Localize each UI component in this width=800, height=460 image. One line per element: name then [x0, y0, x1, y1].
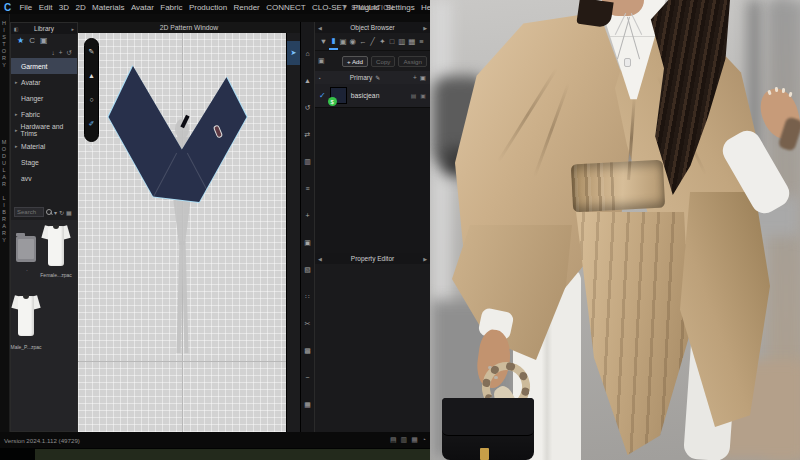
menu-item[interactable]: Materials [92, 3, 124, 12]
sewing-tool-icon[interactable]: ⌂ [301, 40, 315, 67]
grid-view-icon[interactable]: ▦ [66, 209, 72, 216]
panel-nav-left-icon[interactable]: ◀ [318, 256, 322, 262]
cape-pattern-piece[interactable] [106, 62, 252, 206]
library-action-icon[interactable]: + [59, 49, 63, 56]
sewing-tool-icon[interactable]: ▦ [301, 391, 315, 418]
sewing-tool-icon[interactable]: ▣ [301, 229, 315, 256]
list-mode-icon[interactable]: ▣ [318, 57, 325, 65]
pattern-tool-icon[interactable] [287, 257, 301, 281]
pattern-tool-icon[interactable] [287, 377, 301, 401]
palette-tool-icon[interactable]: ▼ [85, 135, 99, 159]
pattern-tool-icon[interactable] [287, 281, 301, 305]
library-tree-item[interactable]: Hanger [11, 90, 77, 106]
edit-icon[interactable]: ✎ [375, 74, 380, 81]
library-tree-item[interactable]: avv [11, 170, 77, 186]
menu-item[interactable]: 3D [59, 3, 69, 12]
pattern-tool-icon[interactable] [287, 233, 301, 257]
object-browser-tab-icon[interactable]: ▼ [319, 34, 328, 50]
pattern-tool-icon[interactable] [287, 89, 301, 113]
check-icon[interactable]: ✓ [319, 91, 326, 100]
sewing-tool-icon[interactable]: ~ [301, 364, 315, 391]
library-tree-item[interactable]: ▸ Hardware and Trims [11, 122, 77, 138]
library-tree-item[interactable]: ▸ Fabric [11, 106, 77, 122]
library-tree-item[interactable]: ▸ Avatar [11, 74, 77, 90]
pattern-tool-icon[interactable] [287, 353, 301, 377]
object-browser-tab-icon[interactable]: ▥ [397, 34, 406, 50]
object-browser-tab-icon[interactable]: ▣ [339, 34, 348, 50]
menu-item[interactable]: Avatar [131, 3, 154, 12]
object-browser-tab-icon[interactable]: ╱ [368, 34, 377, 50]
palette-tool-icon[interactable]: ▲ [85, 63, 99, 87]
favorite-icon[interactable]: ▣ [40, 36, 48, 45]
object-browser-tab-icon[interactable]: ▮ [329, 34, 338, 50]
status-view-icon[interactable]: ◔ [422, 436, 426, 444]
panel-nav-right-icon[interactable]: ▶ [423, 256, 427, 262]
menu-item[interactable]: Production [189, 3, 227, 12]
pattern-canvas[interactable]: ✎▲○✐▼ [78, 33, 286, 432]
simulation-mode[interactable]: ▼ SIMULATION [342, 0, 394, 14]
pattern-tool-icon[interactable] [287, 209, 301, 233]
library-tree-item[interactable]: ▸ Material [11, 138, 77, 154]
sewing-tool-icon[interactable]: ∷ [301, 283, 315, 310]
object-browser-tab-icon[interactable]: ✦ [378, 34, 387, 50]
pattern-tool-icon[interactable] [287, 305, 301, 329]
sewing-tool-icon[interactable]: ⇄ [301, 121, 315, 148]
search-input[interactable] [14, 207, 44, 217]
menu-item[interactable]: Fabric [160, 3, 182, 12]
add-button[interactable]: + Add [342, 56, 368, 67]
menu-item[interactable]: CONNECT [266, 3, 306, 12]
menu-item[interactable]: Render [234, 3, 260, 12]
fabric-row-icon[interactable]: ▤ [411, 92, 417, 99]
garment-thumbnail[interactable] [44, 224, 68, 270]
object-browser-tab-icon[interactable]: □ [388, 34, 397, 50]
pattern-tool-icon[interactable]: ➤ [287, 41, 301, 65]
refresh-icon[interactable]: ↻ [59, 209, 64, 216]
object-browser-tab-icon[interactable]: ← [358, 34, 367, 50]
library-action-icon[interactable]: ↓ [52, 49, 55, 56]
garment-thumbnail[interactable] [14, 294, 38, 340]
panel-nav-right-icon[interactable]: ▶ [423, 25, 427, 31]
pattern-tool-icon[interactable] [287, 329, 301, 353]
status-view-icon[interactable]: ▤ [390, 436, 397, 444]
favorite-icon[interactable]: ★ [17, 36, 24, 45]
folder-add-icon[interactable]: ▣ [420, 74, 426, 82]
fabric-list-item[interactable]: ✓ $ basicjean ▤ ▣ [315, 84, 430, 108]
sewing-tool-icon[interactable]: ▲ [301, 67, 315, 94]
pattern-tool-icon[interactable] [287, 137, 301, 161]
fabric-row-icon[interactable]: ▣ [420, 92, 426, 99]
add-fabric-icon[interactable]: + [413, 74, 417, 82]
sewing-tool-icon[interactable]: ≡ [301, 175, 315, 202]
fabric-swatch[interactable]: $ [330, 87, 347, 104]
tab-modular-library[interactable]: MODULAR LIBRARY [1, 139, 7, 244]
favorite-icon[interactable]: C [29, 36, 35, 45]
library-action-icon[interactable]: ↺ [67, 49, 72, 57]
sewing-tool-icon[interactable]: + [301, 202, 315, 229]
sewing-tool-icon[interactable]: ▩ [301, 337, 315, 364]
palette-tool-icon[interactable]: ✎ [85, 39, 99, 63]
menu-item[interactable]: Edit [39, 3, 53, 12]
sewing-tool-icon[interactable]: ▧ [301, 256, 315, 283]
pattern-tool-icon[interactable] [287, 161, 301, 185]
search-dropdown-icon[interactable]: ▾ [54, 209, 57, 216]
object-browser-tab-icon[interactable]: ◉ [348, 34, 357, 50]
pattern-tool-icon[interactable] [287, 113, 301, 137]
library-tree-item[interactable]: Stage [11, 154, 77, 170]
library-header-icon[interactable]: ◧ [14, 26, 19, 32]
menu-item[interactable]: File [19, 3, 32, 12]
library-expand-icon[interactable]: ▸ [71, 26, 74, 32]
palette-tool-icon[interactable]: ○ [85, 87, 99, 111]
sewing-tool-icon[interactable]: ✂ [301, 310, 315, 337]
pattern-tool-icon[interactable] [287, 65, 301, 89]
library-tree-item[interactable]: Garment [11, 58, 77, 74]
pattern-tool-icon[interactable] [287, 185, 301, 209]
menu-item[interactable]: 2D [75, 3, 85, 12]
search-icon[interactable] [46, 209, 52, 215]
sewing-tool-icon[interactable]: ▥ [301, 148, 315, 175]
sewing-tool-icon[interactable]: ↺ [301, 94, 315, 121]
assign-button[interactable]: Assign [398, 56, 427, 67]
pattern-tool-icon[interactable] [287, 401, 301, 425]
panel-nav-left-icon[interactable]: ◀ [318, 25, 322, 31]
object-browser-tab-icon[interactable]: ▦ [407, 34, 416, 50]
object-browser-tab-icon[interactable]: ≡ [417, 34, 426, 50]
status-view-icon[interactable]: ▥ [401, 436, 408, 444]
